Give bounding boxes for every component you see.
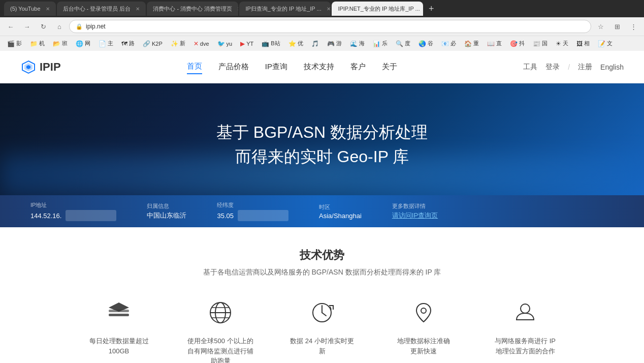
extension-icon[interactable]: ⊞ [610,20,624,33]
main-navigation: 首页 产品价格 IP查询 技术支持 客户 关于 [187,59,397,74]
ip-coords-field: 经纬度 35.05 [217,201,288,221]
nav-about[interactable]: 关于 [382,60,397,74]
tab-close-icon[interactable]: ✕ [327,6,331,12]
hero-section: 基于 BGP/ASN 数据分析处理 而得来的实时 Geo-IP 库 [0,83,644,195]
bookmark-zhi[interactable]: 📖直 [484,39,505,48]
bookmark-new[interactable]: ✨新 [168,39,188,48]
tab-close-icon[interactable]: ✕ [136,6,140,12]
ip-location-text: 中国山东临沂 [147,211,186,220]
svg-line-13 [322,313,326,316]
feature-geo-accuracy: 地理数据标注准确更新快速 [388,295,459,363]
tab-close-icon[interactable]: ✕ [46,6,50,12]
ip-coords-value: 35.05 [217,210,288,221]
address-bar-row: ← → ↻ ⌂ 🔒 ipip.net ☆ ⊞ ⋮ [0,17,644,36]
nav-home[interactable]: 首页 [187,59,202,74]
bookmark-movies[interactable]: 🎬影 [4,39,25,48]
feature-data-volume-text: 每日处理数据量超过100GB [89,336,149,356]
bookmark-wang[interactable]: 🌐网 [73,39,93,48]
bookmark-dou[interactable]: 🎯抖 [507,39,528,48]
bookmark-sea[interactable]: 🌊海 [347,39,368,48]
feature-global-network: 使用全球500 个以上的自有网络监测点进行辅助跑量 [185,295,256,363]
ip-address-input-box[interactable] [66,210,116,221]
bookmark-you[interactable]: ⭐优 [285,39,306,48]
hero-title-line2: 而得来的实时 Geo-IP 库 [216,144,428,169]
tab-youtube[interactable]: (5) YouTube ✕ [4,2,56,16]
features-grid: 每日处理数据量超过100GB 使用全球500 个以上的自有网络监测点进行辅助跑量 [20,295,624,363]
tools-link[interactable]: 工具 [523,63,537,72]
bookmark-music[interactable]: 🎵 [308,39,322,48]
ip-timezone-field: 时区 Asia/Shanghai [319,203,362,220]
tab-close-icon[interactable]: ✕ [237,6,238,12]
site-logo[interactable]: IPIP [20,59,61,75]
reload-button[interactable]: ↻ [37,20,50,33]
bookmark-ban[interactable]: 📂班 [50,39,71,48]
bookmark-tian[interactable]: ☀天 [553,39,571,48]
ip-info-bar: IP地址 144.52.16. 归属信息 中国山东临沂 经纬度 35.05 时区… [0,195,644,227]
nav-clients[interactable]: 客户 [350,60,366,74]
bookmark-lu[interactable]: 🗺路 [118,39,138,48]
feature-data-volume: 每日处理数据量超过100GB [83,295,154,363]
register-link[interactable]: 注册 [578,63,592,72]
tab-label: 后台中心 - 登录管理员 后台 [63,5,131,13]
bookmark-yu[interactable]: 🐦yu [214,39,236,48]
layers-icon [102,295,136,330]
bookmark-bilibili[interactable]: 📺B站 [259,39,283,48]
tab-ipip-active[interactable]: IPIP.NET_专业的 IP 地址库_IP ... ✕ [332,2,423,16]
new-tab-button[interactable]: + [424,2,438,16]
bookmark-wen[interactable]: 📝文 [595,39,616,48]
forward-button[interactable]: → [20,20,34,33]
tab-label: (5) YouTube [10,6,41,12]
bookmark-du[interactable]: 🔍度 [393,39,413,48]
nav-ip-query[interactable]: IP查询 [265,60,287,74]
bookmark-yt[interactable]: ▶YT [237,39,256,48]
bookmark-ji[interactable]: 📁机 [27,39,48,48]
address-input[interactable]: 🔒 ipip.net [69,20,591,33]
ip-more-field: 更多数据详情 请访问IP查询页 [392,202,438,220]
language-english-link[interactable]: English [600,63,624,71]
ip-coords-input-box[interactable] [238,210,288,221]
bookmark-dve[interactable]: ✕dve [190,39,212,48]
tab-consume[interactable]: 消费中心 - 消费中心 消费管理页 ✕ [147,2,238,16]
feature-global-network-text: 使用全球500 个以上的自有网络监测点进行辅助跑量 [187,336,253,363]
url-text: ipip.net [86,23,106,30]
logo-svg-icon [20,59,37,75]
ip-address-value: 144.52.16. [30,210,116,221]
ip-coords-text: 35.05 [217,212,234,220]
svg-rect-3 [109,314,129,316]
bookmark-le[interactable]: 📊乐 [370,39,391,48]
bookmark-xiang[interactable]: 🖼相 [573,39,593,48]
tab-ip-query[interactable]: IP归查询_专业的 IP 地址_IP ... ✕ [239,2,331,16]
ip-timezone-text: Asia/Shanghai [319,212,362,220]
nav-pricing[interactable]: 产品价格 [218,60,249,74]
user-network-icon [508,295,542,330]
clock-icon [305,295,339,330]
feature-realtime-text: 数据 24 小时准实时更新 [290,336,354,356]
bookmark-guo[interactable]: 📰国 [530,39,551,48]
tab-admin[interactable]: 后台中心 - 登录管理员 后台 ✕ [57,2,146,16]
bookmark-bi[interactable]: 📧必 [438,39,459,48]
bookmark-star-icon[interactable]: ☆ [594,20,607,33]
browser-chrome: (5) YouTube ✕ 后台中心 - 登录管理员 后台 ✕ 消费中心 - 消… [0,0,644,51]
bookmark-k2p[interactable]: 🔗K2P [140,39,166,48]
ip-query-link[interactable]: 请访问IP查询页 [392,211,438,220]
bookmark-zhong[interactable]: 🏠重 [461,39,482,48]
tab-label: IP归查询_专业的 IP 地址_IP ... [245,5,321,13]
ip-timezone-label: 时区 [319,203,362,211]
bookmark-game[interactable]: 🎮游 [324,39,345,48]
bookmark-google[interactable]: 🌏谷 [415,39,436,48]
home-button[interactable]: ⌂ [53,20,66,33]
ip-more-label: 更多数据详情 [392,202,438,210]
menu-icon[interactable]: ⋮ [627,20,640,33]
tech-section-subtitle: 基于各电信运营商以及网络服务的 BGP/ASN 数据而分析处理而得来的 IP 库 [20,268,624,277]
tab-bar: (5) YouTube ✕ 后台中心 - 登录管理员 后台 ✕ 消费中心 - 消… [0,0,644,17]
tech-section: 技术优势 基于各电信运营商以及网络服务的 BGP/ASN 数据而分析处理而得来的… [0,227,644,363]
svg-point-15 [521,304,530,313]
login-link[interactable]: 登录 [545,63,560,72]
lock-icon: 🔒 [76,23,83,30]
nav-tech-support[interactable]: 技术支持 [304,60,334,74]
tech-section-title: 技术优势 [20,248,624,263]
right-navigation: 工具 登录 / 注册 English [523,63,624,72]
ip-address-label: IP地址 [30,201,116,209]
bookmark-zhu[interactable]: 📄主 [95,39,116,48]
back-button[interactable]: ← [4,20,17,33]
